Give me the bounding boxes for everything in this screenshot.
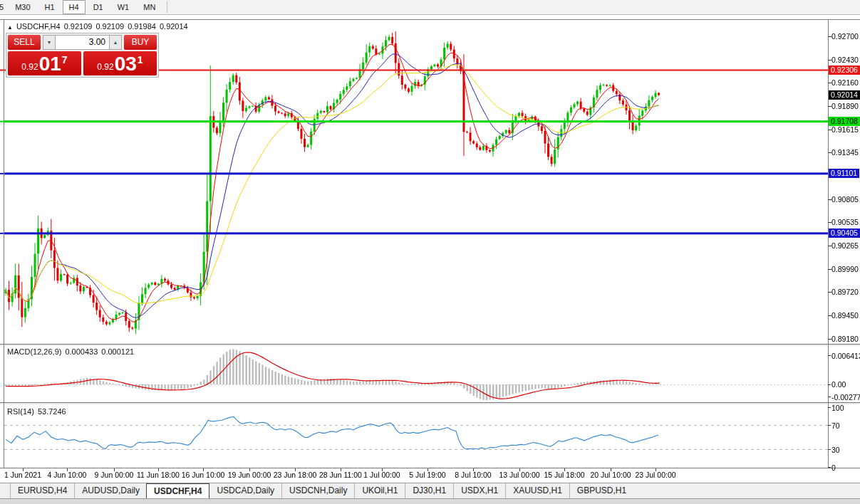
chart-tab-dj30[interactable]: DJ30,H1 [405, 483, 453, 499]
macd-axis-label: -0.002772 [831, 393, 860, 401]
price-tick-label: 0.90265 [831, 241, 859, 250]
date-tick-label: 16 Jun 10:00 [182, 471, 225, 479]
rsi-axis-label: 30 [831, 446, 840, 454]
rsi-title: RSI(14)53.7246 [7, 407, 66, 416]
price-badge: 0.91708 [829, 117, 860, 126]
buy-price-sup: 1 [138, 54, 143, 65]
date-tick-label: 15 Jul 18:00 [544, 471, 584, 479]
price-tick-label: 0.91890 [831, 102, 859, 110]
collapse-panel-icon[interactable]: ▲ [7, 24, 13, 31]
ohlc-low: 0.91984 [128, 22, 156, 31]
volume-increase-icon[interactable]: ▲ [109, 35, 122, 50]
sell-price-big: 01 [39, 54, 61, 74]
sell-price-button[interactable]: 0.92 01 7 [8, 51, 81, 75]
chart-tab-eurusd[interactable]: EURUSD,H4 [10, 483, 74, 499]
date-tick-label: 1 Jun 2021 [4, 471, 41, 479]
macd-label: MACD(12,26,9) [7, 347, 61, 356]
rsi-label: RSI(14) [7, 407, 34, 416]
date-tick-label: 5 Jul 19:00 [409, 471, 445, 479]
buy-price-button[interactable]: 0.92 03 1 [83, 51, 157, 75]
buy-price-big: 03 [115, 54, 137, 74]
chart-tab-gbpusd[interactable]: GBPUSD,H1 [569, 483, 633, 499]
chart-tab-audusd[interactable]: AUDUSD,Daily [74, 483, 147, 499]
rsi-value: 53.7246 [38, 407, 66, 416]
chart-tab-xauusd[interactable]: XAUUSD,H1 [505, 483, 569, 499]
price-tick-label: 0.89990 [831, 265, 859, 273]
chart-tab-usdcnh[interactable]: USDCNH,Daily [281, 483, 354, 499]
price-tick-label: 0.90535 [831, 218, 859, 226]
ohlc-close: 0.92014 [160, 22, 188, 31]
sell-button[interactable]: SELL [8, 35, 41, 50]
date-tick-label: 9 Jun 00:00 [95, 471, 134, 479]
volume-stepper: ▼ 3.00 ▲ [43, 35, 122, 50]
date-tick-label: 28 Jun 11:00 [319, 471, 362, 479]
timeframe-button-d1[interactable]: D1 [87, 0, 110, 14]
buy-button[interactable]: BUY [124, 35, 157, 50]
timeframe-button-w1[interactable]: W1 [111, 0, 136, 14]
buy-price-base: 0.92 [97, 62, 113, 72]
macd-value-signal: 0.000121 [101, 347, 134, 356]
rsi-axis-label: 100 [831, 404, 844, 412]
price-tick-label: 0.92700 [831, 32, 859, 41]
price-tick-label: 0.89720 [831, 288, 859, 296]
date-tick-label: 23 Jun 18:00 [274, 471, 317, 479]
date-tick-label: 1 Jul 00:00 [363, 471, 400, 479]
price-tick-label: 0.91345 [831, 148, 859, 157]
date-tick-label: 19 Jun 00:00 [228, 471, 271, 479]
sell-price-base: 0.92 [21, 62, 38, 72]
macd-axis-label: 0.00 [831, 380, 846, 389]
one-click-trade-panel: SELL ▼ 3.00 ▲ BUY 0.92 01 7 0.92 03 1 [6, 33, 159, 78]
sell-price-sup: 7 [62, 54, 68, 65]
date-tick-label: 13 Jul 00:00 [499, 471, 539, 479]
date-tick-label: 8 Jul 10:00 [455, 471, 491, 479]
price-badge: 0.91101 [829, 169, 859, 178]
price-badge: 0.92306 [829, 65, 860, 75]
timeframe-button-5[interactable]: 5 [0, 0, 7, 14]
volume-decrease-icon[interactable]: ▼ [43, 35, 56, 50]
price-tick-label: 0.89180 [831, 335, 859, 343]
timeframe-button-m30[interactable]: M30 [9, 0, 36, 14]
price-badge: 0.90405 [829, 229, 860, 238]
price-tick-label: 0.89450 [831, 311, 859, 320]
chart-tab-usdcad[interactable]: USDCAD,Daily [209, 483, 281, 499]
symbol-label: USDCHF,H4 [16, 22, 61, 31]
price-tick-label: 0.90805 [831, 195, 859, 204]
timeframe-button-h4[interactable]: H4 [63, 0, 86, 14]
horizontal-scrollbar[interactable] [0, 498, 860, 504]
date-tick-label: 11 Jun 18:00 [137, 471, 180, 479]
ohlc-open: 0.92109 [64, 22, 93, 31]
timeframe-button-h1[interactable]: H1 [38, 0, 61, 14]
macd-axis-label: 0.006413 [831, 352, 860, 360]
macd-value-main: 0.000433 [65, 347, 98, 356]
timeframe-toolbar: 5M30H1H4D1W1MN [0, 0, 860, 15]
ohlc-high: 0.92109 [95, 22, 124, 31]
date-tick-label: 23 Jul 00:00 [635, 471, 675, 479]
chart-tab-usdchf[interactable]: USDCHF,H4 [146, 483, 209, 499]
price-tick-label: 0.92430 [831, 56, 859, 64]
terminal-window: 5M30H1H4D1W1MN ▲USDCHF,H40.921090.921090… [0, 0, 860, 504]
volume-field[interactable]: 3.00 [56, 35, 109, 50]
chart-tab-ukoil[interactable]: UKOil,H1 [354, 483, 405, 499]
price-tick-label: 0.91615 [831, 125, 859, 134]
toolbar-separator [167, 1, 167, 13]
rsi-axis-label: 0 [831, 463, 836, 472]
date-tick-label: 20 Jul 10:00 [590, 471, 631, 479]
tab-spacer [0, 483, 10, 499]
chart-tab-bar: EURUSD,H4AUDUSD,DailyUSDCHF,H4USDCAD,Dai… [0, 483, 860, 499]
chart-tab-usdx[interactable]: USDX,H1 [453, 483, 505, 499]
timeframe-button-mn[interactable]: MN [137, 0, 162, 14]
rsi-axis-label: 70 [831, 421, 840, 430]
price-tick-label: 0.92160 [831, 78, 859, 87]
chart-header: ▲USDCHF,H40.921090.921090.919840.92014 [7, 22, 188, 31]
price-badge: 0.92014 [829, 90, 860, 100]
macd-title: MACD(12,26,9)0.0004330.000121 [7, 347, 134, 356]
date-tick-label: 4 Jun 10:00 [48, 471, 87, 479]
